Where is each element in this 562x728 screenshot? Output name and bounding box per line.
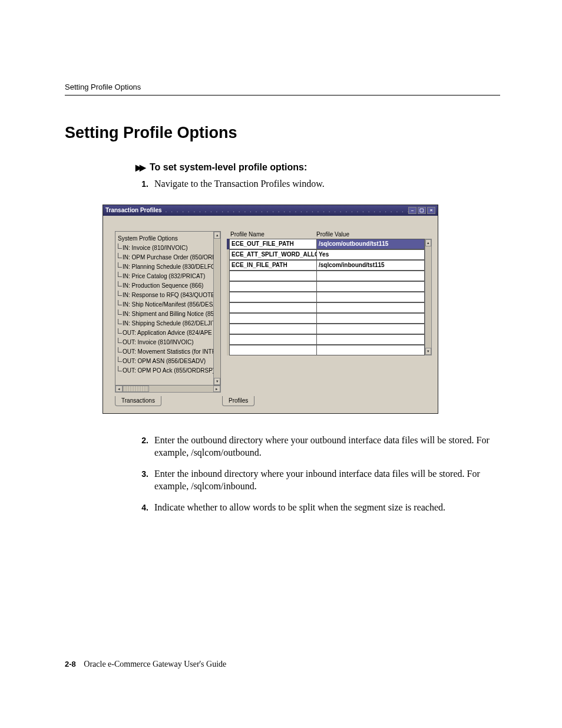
cell-profile-name[interactable]: ECE_OUT_FILE_PATH [229, 239, 316, 249]
cell-profile-name[interactable] [229, 302, 316, 313]
cell-profile-value[interactable]: Yes [316, 249, 425, 260]
step-text: Enter the outbound directory where your … [154, 434, 500, 459]
cell-profile-name[interactable] [229, 271, 316, 281]
page-number: 2-8 [65, 660, 76, 668]
scroll-left-button[interactable]: ◂ [115, 386, 123, 392]
cell-profile-name[interactable] [229, 345, 316, 355]
procedure-step: 2.Enter the outbound directory where you… [135, 434, 500, 459]
cell-profile-value[interactable]: /sqlcom/inbound/tst115 [316, 260, 425, 271]
cell-profile-name[interactable] [229, 334, 316, 345]
cell-profile-name[interactable]: ECE_IN_FILE_PATH [229, 260, 316, 271]
column-header-profile-name: Profile Name [227, 231, 314, 238]
table-row[interactable]: ECE_ATT_SPLIT_WORD_ALLOYes [227, 249, 425, 260]
tree-item[interactable]: IN: Price Catalog (832/PRICAT) [118, 272, 219, 281]
table-row[interactable] [227, 334, 425, 345]
table-row[interactable] [227, 292, 425, 302]
scroll-down-button[interactable]: ▾ [425, 348, 431, 355]
step-text: Enter the inbound directory where your i… [154, 467, 500, 493]
tree-item[interactable]: IN: Planning Schedule (830/DELFO [118, 262, 219, 272]
cell-profile-value[interactable] [316, 345, 425, 355]
scroll-right-button[interactable]: ▸ [213, 386, 220, 392]
step-text: Indicate whether to allow words to be sp… [154, 501, 500, 514]
procedure-heading-text: To set system-level profile options: [150, 162, 307, 173]
window-titlebar: Transaction Profiles . . . . . . . . . .… [103, 205, 438, 216]
cell-profile-name[interactable] [229, 292, 316, 302]
step-text: Navigate to the Transaction Profiles win… [154, 177, 500, 190]
cell-profile-value[interactable]: /sqlcom/outbound/tst115 [316, 239, 425, 249]
scroll-thumb[interactable] [123, 386, 149, 392]
procedure-step: 4.Indicate whether to allow words to be … [135, 501, 500, 514]
close-button[interactable]: × [427, 207, 435, 214]
step-number: 2. [135, 434, 154, 459]
procedure-step: 3.Enter the inbound directory where your… [135, 467, 500, 493]
step-number: 3. [135, 467, 154, 493]
tree-root[interactable]: System Profile Options [118, 234, 219, 243]
table-row[interactable] [227, 302, 425, 313]
tree-item[interactable]: IN: OPM Purchase Order (850/ORD [118, 253, 219, 262]
running-header: Setting Profile Options [65, 83, 500, 91]
table-row[interactable] [227, 345, 425, 355]
procedure-step: 1.Navigate to the Transaction Profiles w… [135, 177, 500, 190]
table-row[interactable]: ECE_OUT_FILE_PATH/sqlcom/outbound/tst115 [227, 239, 425, 249]
cell-profile-value[interactable] [316, 271, 425, 281]
cell-profile-value[interactable] [316, 324, 425, 334]
tree-item[interactable]: OUT: OPM PO Ack (855/ORDRSP) [118, 366, 219, 375]
screenshot-window: Transaction Profiles . . . . . . . . . .… [103, 205, 438, 414]
table-row[interactable] [227, 313, 425, 324]
cell-profile-value[interactable] [316, 334, 425, 345]
grid-vertical-scrollbar[interactable]: ▴ ▾ [425, 239, 432, 355]
cell-profile-value[interactable] [316, 302, 425, 313]
tree-horizontal-scrollbar[interactable]: ◂ ▸ [115, 386, 221, 393]
scroll-down-button[interactable]: ▾ [214, 378, 220, 385]
window-title: Transaction Profiles [105, 207, 162, 213]
page-footer: 2-8 Oracle e-Commerce Gateway User's Gui… [65, 660, 226, 669]
column-header-profile-value: Profile Value [314, 231, 432, 238]
tree-item[interactable]: IN: Shipping Schedule (862/DELJIT [118, 319, 219, 328]
tree-item[interactable]: IN: Production Sequence (866) [118, 281, 219, 291]
cell-profile-value[interactable] [316, 292, 425, 302]
cell-profile-name[interactable] [229, 281, 316, 292]
tree-vertical-scrollbar[interactable]: ▴ ▾ [213, 232, 220, 385]
tab-transactions[interactable]: Transactions [115, 396, 161, 406]
grid-headers: Profile Name Profile Value [227, 231, 432, 238]
tree-item[interactable]: OUT: OPM ASN (856/DESADV) [118, 357, 219, 366]
cell-profile-name[interactable]: ECE_ATT_SPLIT_WORD_ALLO [229, 249, 316, 260]
step-number: 1. [135, 177, 154, 190]
scroll-up-button[interactable]: ▴ [425, 239, 431, 246]
forward-icon: ▶▶ [135, 163, 144, 172]
cell-profile-value[interactable] [316, 313, 425, 324]
table-row[interactable] [227, 281, 425, 292]
restore-button[interactable]: ▢ [418, 207, 426, 214]
tree-item[interactable]: OUT: Application Advice (824/APE [118, 328, 219, 338]
cell-profile-name[interactable] [229, 313, 316, 324]
minimize-button[interactable]: – [408, 207, 416, 214]
scroll-up-button[interactable]: ▴ [214, 232, 220, 239]
page-title: Setting Profile Options [65, 124, 500, 142]
tree-item[interactable]: IN: Response to RFQ (843/QUOTE) [118, 291, 219, 300]
table-row[interactable] [227, 271, 425, 281]
book-title: Oracle e-Commerce Gateway User's Guide [84, 660, 226, 668]
tree-item[interactable]: IN: Ship Notice/Manifest (856/DESA [118, 300, 219, 309]
cell-profile-value[interactable] [316, 281, 425, 292]
table-row[interactable]: ECE_IN_FILE_PATH/sqlcom/inbound/tst115 [227, 260, 425, 271]
tree-item[interactable]: IN: Invoice (810/INVOIC) [118, 243, 219, 253]
tree-item[interactable]: IN: Shipment and Billing Notice (85 [118, 309, 219, 319]
transaction-tree[interactable]: System Profile Options IN: Invoice (810/… [115, 231, 221, 386]
table-row[interactable] [227, 324, 425, 334]
step-number: 4. [135, 501, 154, 514]
procedure-heading: ▶▶ To set system-level profile options: [135, 162, 500, 173]
tab-profiles[interactable]: Profiles [222, 396, 254, 406]
header-rule [65, 95, 500, 95]
cell-profile-name[interactable] [229, 324, 316, 334]
titlebar-filler: . . . . . . . . . . . . . . . . . . . . … [162, 207, 408, 213]
tree-item[interactable]: OUT: Invoice (810/INVOIC) [118, 338, 219, 347]
tree-item[interactable]: OUT: Movement Statistics (for INTR [118, 347, 219, 357]
